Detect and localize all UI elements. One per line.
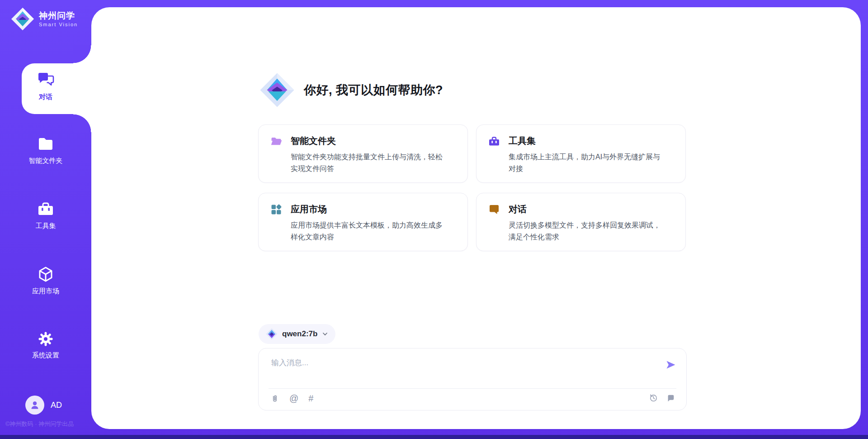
gear-icon: [37, 330, 54, 348]
history-button[interactable]: [649, 393, 658, 403]
chevron-down-icon: [322, 331, 328, 337]
card-app-market[interactable]: 应用市场 应用市场提供丰富长文本模板，助力高效生成多样化文章内容: [258, 193, 468, 251]
folder-icon: [270, 135, 282, 147]
chat-icon: [488, 204, 500, 215]
card-title: 对话: [509, 203, 527, 215]
composer: @ #: [258, 348, 687, 410]
greeting-block: 你好, 我可以如何帮助你?: [259, 72, 443, 108]
active-tab-curve-bottom: [73, 114, 91, 132]
sidebar-item-label: 工具集: [36, 222, 56, 230]
active-tab-curve-top: [73, 45, 91, 63]
toolbox-icon: [488, 135, 500, 147]
card-description: 灵活切换多模型文件，支持多样回复效果调试，满足个性化需求: [509, 220, 665, 243]
card-description: 集成市场上主流工具，助力AI与外界无缝扩展与对接: [509, 151, 665, 175]
card-toolset[interactable]: 工具集 集成市场上主流工具，助力AI与外界无缝扩展与对接: [476, 124, 686, 183]
sidebar-item-label: 对话: [39, 93, 52, 101]
app-market-icon: [270, 204, 282, 215]
topic-button[interactable]: #: [308, 393, 313, 404]
cube-icon: [37, 265, 55, 283]
sidebar-item-label: 系统设置: [32, 351, 59, 360]
model-name: qwen2:7b: [282, 329, 317, 339]
card-title: 工具集: [509, 135, 536, 147]
folder-icon: [37, 135, 55, 153]
avatar: [25, 396, 44, 415]
brand-subtitle: Smart Vision: [39, 22, 78, 27]
mention-button[interactable]: @: [289, 393, 298, 404]
main-panel: 你好, 我可以如何帮助你? 智能文件夹 智能文件夹功能支持批量文件上传与清洗，轻…: [91, 7, 861, 429]
composer-divider: [269, 388, 676, 389]
brand-logo-icon: [11, 7, 34, 31]
brand-name: 神州问学: [39, 11, 78, 21]
card-description: 应用市场提供丰富长文本模板，助力高效生成多样化文章内容: [291, 220, 447, 243]
window-bottom-bar: [0, 435, 868, 439]
card-title: 智能文件夹: [291, 135, 336, 147]
sidebar-item-toolset[interactable]: 工具集: [0, 200, 91, 230]
paperclip-icon: [270, 394, 279, 404]
sidebar-item-label: 智能文件夹: [29, 157, 63, 165]
sidebar-item-smart-folder[interactable]: 智能文件夹: [0, 135, 91, 165]
assistant-logo-icon: [259, 72, 295, 108]
card-smart-folder[interactable]: 智能文件夹 智能文件夹功能支持批量文件上传与清洗，轻松实现文件问答: [258, 124, 468, 183]
card-title: 应用市场: [291, 203, 327, 215]
toolbox-icon: [37, 200, 55, 218]
card-chat[interactable]: 对话 灵活切换多模型文件，支持多样回复效果调试，满足个性化需求: [476, 193, 686, 251]
user-profile[interactable]: AD: [25, 396, 62, 415]
chat-bubble-icon: [666, 394, 675, 403]
sidebar: 神州问学 Smart Vision 对话 智能文件夹: [0, 0, 91, 439]
conversation-button[interactable]: [666, 394, 675, 403]
person-icon: [29, 400, 40, 410]
sidebar-item-app-market[interactable]: 应用市场: [0, 265, 91, 296]
app-window: 你好, 我可以如何帮助你? 智能文件夹 智能文件夹功能支持批量文件上传与清洗，轻…: [0, 0, 868, 439]
send-button[interactable]: [665, 359, 676, 372]
attach-button[interactable]: [270, 394, 279, 404]
model-logo-icon: [266, 328, 278, 340]
send-icon: [665, 359, 676, 370]
sidebar-item-label: 应用市场: [32, 287, 59, 296]
message-input[interactable]: [271, 358, 656, 384]
sidebar-item-chat[interactable]: 对话: [22, 63, 95, 114]
user-initials: AD: [51, 401, 62, 410]
card-description: 智能文件夹功能支持批量文件上传与清洗，轻松实现文件问答: [291, 151, 447, 175]
feature-cards: 智能文件夹 智能文件夹功能支持批量文件上传与清洗，轻松实现文件问答 工具集 集成…: [258, 124, 687, 251]
copyright-text: ©神州数码 · 神州问学出品: [5, 420, 74, 428]
greeting-title: 你好, 我可以如何帮助你?: [304, 82, 443, 98]
model-selector[interactable]: qwen2:7b: [259, 324, 335, 344]
hash-icon: #: [308, 393, 313, 404]
chat-icon: [37, 71, 55, 89]
sidebar-item-settings[interactable]: 系统设置: [0, 330, 91, 360]
history-icon: [649, 393, 658, 403]
brand: 神州问学 Smart Vision: [11, 7, 78, 31]
at-sign-icon: @: [289, 393, 298, 404]
